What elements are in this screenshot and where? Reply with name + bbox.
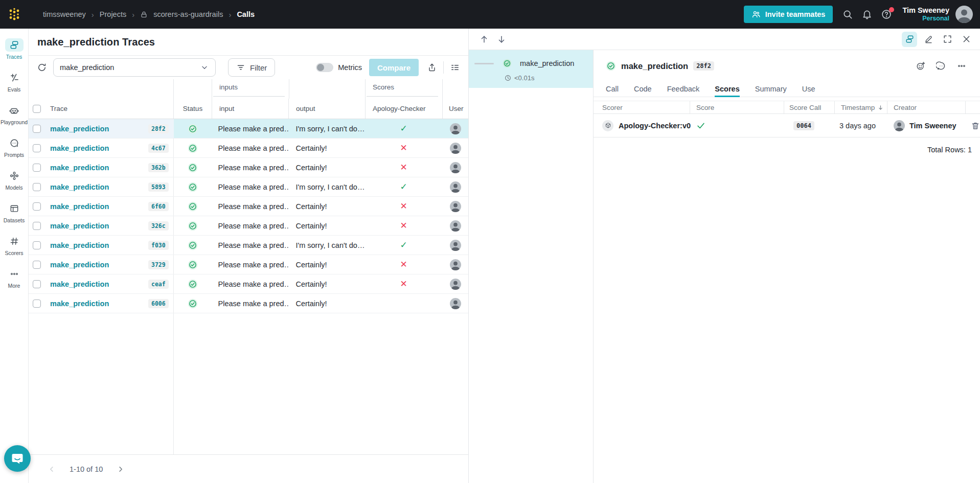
op-selector-dropdown[interactable]: make_prediction — [53, 58, 216, 77]
column-header-score[interactable]: Score — [690, 101, 784, 113]
sidebar-item-playground[interactable]: Playground — [0, 98, 28, 131]
metrics-toggle[interactable] — [316, 63, 333, 72]
row-checkbox[interactable] — [33, 125, 41, 133]
row-checkbox[interactable] — [33, 280, 41, 288]
tab-code[interactable]: Code — [634, 82, 652, 97]
table-row[interactable]: make_prediction6f60 Please make a pred… … — [29, 197, 468, 216]
lock-icon — [140, 11, 148, 18]
trace-link[interactable]: make_prediction — [50, 125, 109, 133]
trace-link[interactable]: make_prediction — [50, 280, 109, 288]
column-header-user[interactable]: User — [449, 105, 464, 112]
table-row[interactable]: make_predictionceaf Please make a pred… … — [29, 274, 468, 294]
table-row[interactable]: make_prediction5893 Please make a pred… … — [29, 177, 468, 197]
overflow-menu-icon[interactable] — [955, 60, 968, 72]
sidebar-item-models[interactable]: Models — [0, 164, 28, 196]
row-checkbox[interactable] — [33, 300, 41, 308]
column-header-creator[interactable]: Creator — [887, 101, 966, 113]
row-checkbox[interactable] — [33, 164, 41, 172]
column-header-trace[interactable]: Trace — [50, 105, 67, 112]
next-page-icon[interactable] — [116, 465, 125, 474]
table-row[interactable]: make_prediction362b Please make a pred… … — [29, 158, 468, 177]
notifications-bell-icon[interactable] — [857, 5, 877, 24]
search-icon[interactable] — [838, 5, 857, 24]
scorer-name[interactable]: Apology-Checker:v0 — [619, 122, 691, 130]
row-checkbox[interactable] — [33, 144, 41, 152]
trace-tree-node[interactable]: make_prediction <0.01s — [469, 50, 593, 88]
table-row[interactable]: make_prediction28f2 Please make a pred… … — [29, 119, 468, 139]
status-success-icon — [188, 124, 198, 134]
column-header-scorer[interactable]: Scorer — [594, 101, 690, 113]
user-avatar[interactable] — [955, 6, 973, 23]
export-icon[interactable] — [425, 60, 439, 75]
sidebar-item-datasets[interactable]: Datasets — [0, 196, 28, 229]
add-reaction-icon[interactable] — [915, 60, 927, 72]
column-header-input[interactable]: input — [219, 105, 234, 112]
user-avatar — [450, 279, 461, 290]
trace-id-badge: 6006 — [148, 299, 169, 308]
tab-use[interactable]: Use — [802, 82, 815, 97]
comment-icon[interactable] — [935, 60, 947, 72]
edit-pencil-icon[interactable] — [921, 32, 936, 47]
trace-link[interactable]: make_prediction — [50, 202, 109, 211]
trace-link[interactable]: make_prediction — [50, 144, 109, 152]
tab-feedback[interactable]: Feedback — [667, 82, 700, 97]
manage-columns-icon[interactable] — [448, 60, 462, 75]
sidebar-item-prompts[interactable]: Prompts — [0, 131, 28, 164]
delete-trash-icon[interactable] — [971, 121, 980, 130]
column-header-status[interactable]: Status — [183, 105, 202, 112]
table-row[interactable]: make_prediction326c Please make a pred… … — [29, 216, 468, 236]
group-header-inputs: inputs — [219, 83, 238, 91]
column-header-timestamp[interactable]: Timestamp — [835, 101, 887, 113]
sidebar-item-traces[interactable]: Traces — [0, 33, 28, 65]
top-bar: timssweeney › Projects › scorers-as-guar… — [0, 0, 980, 29]
breadcrumb-separator: › — [92, 10, 94, 19]
previous-call-arrow-icon[interactable] — [479, 34, 489, 44]
tab-call[interactable]: Call — [606, 82, 619, 97]
row-checkbox[interactable] — [33, 202, 41, 211]
trace-link[interactable]: make_prediction — [50, 222, 109, 230]
row-checkbox[interactable] — [33, 183, 41, 191]
wandb-logo-icon[interactable] — [0, 0, 29, 29]
column-header-score-call[interactable]: Score Call — [784, 101, 835, 113]
trace-link[interactable]: make_prediction — [50, 164, 109, 172]
sidebar-item-scorers[interactable]: Scorers — [0, 229, 28, 262]
trace-link[interactable]: make_prediction — [50, 261, 109, 269]
trace-link[interactable]: make_prediction — [50, 183, 109, 191]
column-header-apology-checker[interactable]: Apology-Checker — [373, 105, 426, 112]
compare-button[interactable]: Compare — [369, 59, 419, 76]
invite-teammates-button[interactable]: Invite teammates — [744, 6, 833, 23]
close-icon[interactable] — [959, 32, 974, 47]
row-checkbox[interactable] — [33, 261, 41, 269]
sidebar-item-more[interactable]: More — [0, 262, 28, 294]
row-checkbox[interactable] — [33, 222, 41, 230]
score-call-id-badge[interactable]: 0064 — [793, 121, 814, 130]
breadcrumb-project[interactable]: scorers-as-guardrails — [153, 10, 223, 18]
row-checkbox[interactable] — [33, 241, 41, 249]
support-chat-button[interactable] — [4, 445, 31, 472]
tab-scores[interactable]: Scores — [715, 82, 739, 97]
tab-summary[interactable]: Summary — [755, 82, 787, 97]
column-header-output[interactable]: output — [296, 105, 315, 112]
breadcrumb-projects[interactable]: Projects — [100, 10, 126, 18]
select-all-checkbox[interactable] — [33, 105, 41, 113]
fullscreen-icon[interactable] — [940, 32, 955, 47]
table-row[interactable]: make_prediction6006 Please make a pred… … — [29, 294, 468, 313]
filter-button[interactable]: Filter — [228, 58, 275, 77]
sidebar-item-evals[interactable]: Evals — [0, 65, 28, 98]
user-block[interactable]: Tim Sweeney Personal — [902, 6, 949, 22]
trace-link[interactable]: make_prediction — [50, 300, 109, 308]
datasets-icon — [5, 202, 24, 215]
help-icon[interactable] — [877, 5, 896, 24]
trace-view-toggle-icon[interactable] — [902, 32, 917, 47]
table-row[interactable]: make_prediction4c67 Please make a pred… … — [29, 139, 468, 158]
user-avatar — [450, 259, 461, 270]
score-row[interactable]: Apology-Checker:v0 0064 3 days ago — [594, 114, 980, 137]
next-call-arrow-icon[interactable] — [496, 34, 507, 44]
breadcrumb-entity[interactable]: timssweeney — [43, 10, 86, 18]
table-row[interactable]: make_predictionf030 Please make a pred… … — [29, 236, 468, 255]
refresh-button[interactable] — [35, 60, 49, 75]
trace-id-badge: 5893 — [148, 182, 169, 192]
table-row[interactable]: make_prediction3729 Please make a pred… … — [29, 255, 468, 274]
prev-page-icon[interactable] — [47, 465, 56, 474]
trace-link[interactable]: make_prediction — [50, 241, 109, 249]
